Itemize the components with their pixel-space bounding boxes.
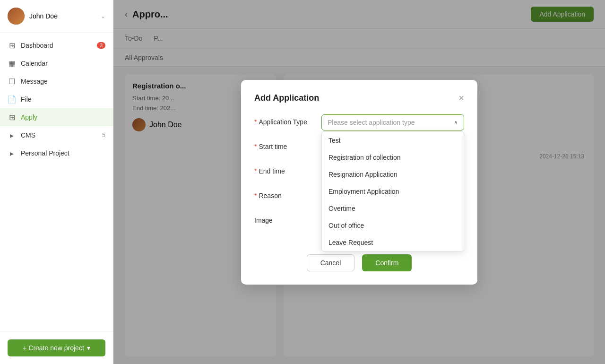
avatar xyxy=(8,8,25,25)
create-new-project-button[interactable]: + Create new project ▾ xyxy=(8,339,105,356)
sidebar-header: John Doe ⌄ xyxy=(0,0,113,33)
application-type-label: *Application Type xyxy=(254,114,316,126)
file-icon: 📄 xyxy=(8,95,16,104)
calendar-icon: ▦ xyxy=(8,59,16,68)
application-type-placeholder: Please select application type xyxy=(328,119,454,126)
modal-overlay: Add Application × *Application Type Plea… xyxy=(113,0,605,364)
sidebar-item-label: Dashboard xyxy=(21,42,53,49)
dashboard-badge: 3 xyxy=(97,42,105,49)
cms-count: 5 xyxy=(102,132,105,139)
sidebar: John Doe ⌄ ⊞ Dashboard 3 ▦ Calendar ☐ Me… xyxy=(0,0,113,364)
dropdown-item-employment[interactable]: Employment Application xyxy=(322,183,464,200)
confirm-button[interactable]: Confirm xyxy=(362,254,412,271)
dropdown-item-resignation[interactable]: Resignation Application xyxy=(322,166,464,183)
modal-header: Add Application × xyxy=(254,93,464,103)
create-button-label: + Create new project xyxy=(23,344,84,352)
message-icon: ☐ xyxy=(8,77,16,86)
sidebar-item-label: Personal Project xyxy=(21,149,69,157)
application-type-select[interactable]: Please select application type ∧ xyxy=(321,114,464,130)
dropdown-list: Test Registration of collection Resignat… xyxy=(321,131,464,251)
add-application-modal: Add Application × *Application Type Plea… xyxy=(241,80,477,285)
sidebar-footer: + Create new project ▾ xyxy=(0,331,113,364)
sidebar-item-personal-project[interactable]: ▸ Personal Project xyxy=(0,144,113,162)
required-star: * xyxy=(254,118,257,126)
cms-icon: ▸ xyxy=(8,131,16,139)
sidebar-item-label: Apply xyxy=(21,113,37,121)
application-type-control: Please select application type ∧ Test Re… xyxy=(321,114,464,130)
required-star-4: * xyxy=(254,192,257,199)
application-type-row: *Application Type Please select applicat… xyxy=(254,114,464,130)
modal-footer: Cancel Confirm xyxy=(254,254,464,271)
end-time-label: *End time xyxy=(254,164,316,175)
create-dropdown-icon: ▾ xyxy=(87,344,90,352)
reason-form-label: *Reason xyxy=(254,188,316,199)
select-chevron-icon: ∧ xyxy=(454,119,458,126)
user-name: John Doe xyxy=(29,12,96,20)
sidebar-nav: ⊞ Dashboard 3 ▦ Calendar ☐ Message 📄 Fil… xyxy=(0,33,113,331)
sidebar-item-label: Calendar xyxy=(21,60,48,67)
chevron-down-icon[interactable]: ⌄ xyxy=(101,13,105,19)
sidebar-item-label: CMS xyxy=(21,131,35,139)
cancel-button[interactable]: Cancel xyxy=(307,254,355,271)
apply-icon: ⊞ xyxy=(8,113,16,121)
modal-title: Add Application xyxy=(254,93,319,103)
folder-icon: ▸ xyxy=(8,149,16,157)
image-label: Image xyxy=(254,213,316,224)
sidebar-item-apply[interactable]: ⊞ Apply xyxy=(0,108,113,126)
modal-close-button[interactable]: × xyxy=(458,93,464,103)
grid-icon: ⊞ xyxy=(8,41,16,50)
sidebar-item-message[interactable]: ☐ Message xyxy=(0,72,113,90)
sidebar-item-label: Message xyxy=(21,78,48,85)
sidebar-item-dashboard[interactable]: ⊞ Dashboard 3 xyxy=(0,36,113,54)
main-content: ‹ Appro... Add Application To-Do P... Al… xyxy=(113,0,605,364)
dropdown-item-out-of-office[interactable]: Out of office xyxy=(322,217,464,234)
sidebar-item-cms[interactable]: ▸ CMS 5 xyxy=(0,126,113,144)
dropdown-item-test[interactable]: Test xyxy=(322,132,464,149)
sidebar-item-file[interactable]: 📄 File xyxy=(0,90,113,108)
dropdown-item-leave-request[interactable]: Leave Request xyxy=(322,234,464,251)
sidebar-item-label: File xyxy=(21,95,32,103)
start-time-label: *Start time xyxy=(254,139,316,150)
dropdown-item-overtime[interactable]: Overtime xyxy=(322,200,464,217)
sidebar-item-calendar[interactable]: ▦ Calendar xyxy=(0,54,113,72)
required-star-2: * xyxy=(254,143,257,150)
required-star-3: * xyxy=(254,167,257,175)
dropdown-item-registration[interactable]: Registration of collection xyxy=(322,149,464,166)
